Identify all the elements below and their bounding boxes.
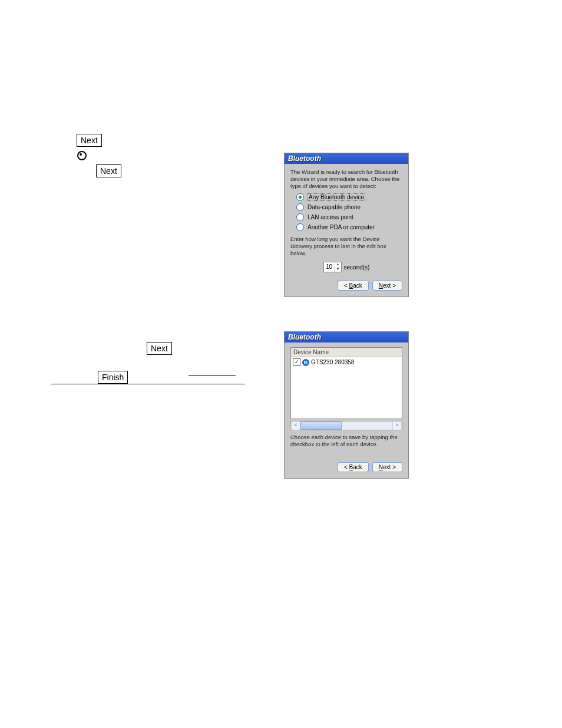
radio-icon <box>296 203 304 211</box>
radio-data-phone[interactable]: Data-capable phone <box>296 203 402 211</box>
device-list-header: Device Name <box>291 348 402 357</box>
duration-help-text: Enter how long you want the Device Dicov… <box>290 236 402 257</box>
radio-label: LAN access point <box>308 214 353 220</box>
radio-any-device[interactable]: Any Bluetooth device <box>296 193 402 201</box>
panel-title: Bluetooth <box>285 332 408 342</box>
radio-icon <box>296 223 304 231</box>
radio-label: Any Bluetooth device <box>308 193 365 201</box>
scroll-track[interactable] <box>300 421 392 430</box>
device-name-label: GTS230 280358 <box>311 359 354 365</box>
duration-unit-label: second(s) <box>344 264 370 271</box>
device-row[interactable]: ✓ B GTS230 280358 <box>291 357 402 367</box>
back-button[interactable]: < Back <box>338 462 369 472</box>
underline-decor-2 <box>51 384 245 384</box>
device-note-text: Choose each device to save by tapping th… <box>290 434 402 448</box>
bluetooth-wizard-devices-panel: Bluetooth Device Name ✓ B GTS230 280358 … <box>284 331 409 479</box>
next-button[interactable]: Next > <box>372 462 402 472</box>
bluetooth-wizard-search-panel: Bluetooth The Wizard is ready to search … <box>284 153 409 297</box>
scroll-right-icon[interactable]: > <box>392 421 402 430</box>
underline-decor-1 <box>189 375 236 376</box>
next-button[interactable]: Next > <box>372 281 402 291</box>
duration-value: 10 <box>324 262 335 272</box>
radio-dot-icon <box>77 151 87 160</box>
radio-lan-access-point[interactable]: LAN access point <box>296 213 402 221</box>
duration-stepper[interactable]: 10 ▲▼ <box>323 262 342 272</box>
radio-icon <box>296 193 304 201</box>
radio-label: Another PDA or computer <box>308 224 375 230</box>
finish-button-boxed: Finish <box>98 371 128 384</box>
scroll-thumb[interactable] <box>300 421 342 430</box>
horizontal-scrollbar[interactable]: < > <box>290 421 402 430</box>
scroll-left-icon[interactable]: < <box>291 421 300 430</box>
next-button-boxed-2: Next <box>96 164 121 177</box>
radio-label: Data-capable phone <box>308 204 361 210</box>
radio-another-pda[interactable]: Another PDA or computer <box>296 223 402 231</box>
stepper-arrows-icon: ▲▼ <box>335 262 341 272</box>
back-button[interactable]: < Back <box>338 281 369 291</box>
panel-title: Bluetooth <box>285 153 408 164</box>
device-list: Device Name ✓ B GTS230 280358 <box>290 347 402 419</box>
bluetooth-icon: B <box>302 359 309 366</box>
radio-icon <box>296 213 304 221</box>
wizard-intro-text: The Wizard is ready to search for Blueto… <box>290 169 402 190</box>
next-button-boxed-1: Next <box>77 134 102 147</box>
device-checkbox[interactable]: ✓ <box>293 358 300 366</box>
next-button-boxed-3: Next <box>147 342 172 355</box>
